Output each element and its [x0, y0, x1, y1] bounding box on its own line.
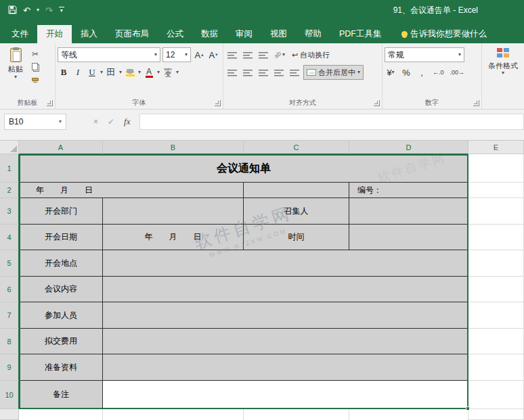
undo-dropdown-icon[interactable]: ▾ — [37, 7, 39, 13]
save-icon[interactable] — [8, 5, 17, 16]
alignment-dialog-launcher[interactable] — [374, 100, 380, 106]
font-color-dropdown-icon[interactable]: ▾ — [157, 70, 160, 75]
orientation-icon[interactable]: ab▾ — [272, 47, 287, 62]
clipboard-dialog-launcher[interactable] — [47, 100, 53, 106]
cell-materials-label[interactable]: 准备资料 — [19, 354, 103, 381]
cell-e4[interactable] — [468, 225, 524, 250]
cell-meetdate-value[interactable]: 年 月 日 — [103, 225, 244, 250]
wrap-text-button[interactable]: ↩自动换行 — [289, 47, 332, 62]
cell-dept-label[interactable]: 开会部门 — [19, 198, 103, 225]
fill-handle[interactable] — [466, 406, 470, 411]
cell-meetdate-label[interactable]: 开会日期 — [19, 225, 103, 250]
column-header-c[interactable]: C — [244, 141, 349, 154]
cell-e1[interactable] — [468, 154, 524, 183]
align-left-icon[interactable] — [225, 65, 239, 80]
phonetic-dropdown-icon[interactable]: ▾ — [176, 70, 179, 75]
increase-indent-icon[interactable] — [288, 65, 301, 80]
cell-content-value[interactable] — [103, 277, 468, 302]
align-middle-icon[interactable] — [241, 47, 255, 62]
row-header-3[interactable]: 3 — [0, 198, 19, 225]
cell-e5[interactable] — [468, 250, 524, 277]
cell-d11[interactable] — [349, 409, 468, 420]
row-header-5[interactable]: 5 — [0, 250, 19, 277]
cell-e6[interactable] — [468, 277, 524, 302]
cell-e7[interactable] — [468, 302, 524, 329]
cell-c2[interactable] — [244, 183, 349, 198]
row-header-7[interactable]: 7 — [0, 302, 19, 329]
bold-button[interactable]: B — [58, 65, 70, 80]
formula-input[interactable] — [140, 114, 524, 130]
borders-icon[interactable]: 田 — [105, 65, 117, 80]
tab-file[interactable]: 文件 — [3, 25, 37, 43]
customize-qat-icon[interactable]: ▾ — [59, 7, 64, 14]
cell-c11[interactable] — [244, 409, 349, 420]
increase-decimal-icon[interactable]: ←.0 — [431, 65, 445, 80]
comma-format-icon[interactable]: , — [416, 65, 428, 80]
cut-icon[interactable]: ✂ — [32, 49, 39, 59]
paste-button[interactable]: 粘贴 ▾ — [2, 46, 29, 98]
tab-view[interactable]: 视图 — [261, 25, 296, 43]
cell-e9[interactable] — [468, 354, 524, 381]
decrease-decimal-icon[interactable]: .00→ — [449, 65, 466, 80]
cell-materials-value[interactable] — [103, 354, 468, 381]
row-header-9[interactable]: 9 — [0, 354, 19, 381]
cell-title[interactable]: 会议通知单 — [19, 154, 468, 183]
tell-me-box[interactable]: 告诉我你想要做什么 — [395, 25, 494, 43]
row-header-4[interactable]: 4 — [0, 225, 19, 250]
cell-fee-label[interactable]: 拟交费用 — [19, 329, 103, 354]
row-header-8[interactable]: 8 — [0, 329, 19, 354]
select-all-button[interactable] — [0, 141, 19, 154]
cell-remark-label[interactable]: 备注 — [19, 381, 103, 409]
font-dialog-launcher[interactable] — [215, 100, 221, 106]
decrease-indent-icon[interactable] — [272, 65, 286, 80]
cell-e11[interactable] — [468, 409, 524, 420]
cell-place-value[interactable] — [103, 250, 468, 277]
row-header-10[interactable]: 10 — [0, 381, 19, 409]
cell-convener-value[interactable] — [349, 198, 468, 225]
tab-help[interactable]: 帮助 — [296, 25, 330, 43]
decrease-font-icon[interactable]: A▾ — [207, 47, 219, 62]
cell-b11[interactable] — [103, 409, 244, 420]
tab-formulas[interactable]: 公式 — [158, 25, 192, 43]
align-center-icon[interactable] — [241, 65, 255, 80]
row-header-6[interactable]: 6 — [0, 277, 19, 302]
cell-e10[interactable] — [468, 381, 524, 409]
column-header-d[interactable]: D — [349, 141, 468, 154]
conditional-formatting-button[interactable]: 条件格式 ▾ — [484, 46, 522, 109]
number-format-combo[interactable]: 常规 ▾ — [385, 47, 464, 62]
enter-icon[interactable]: ✓ — [108, 117, 114, 126]
font-name-combo[interactable]: 等线 ▾ — [58, 47, 160, 62]
underline-dropdown-icon[interactable]: ▾ — [100, 70, 103, 75]
tab-review[interactable]: 审阅 — [227, 25, 261, 43]
cell-attendees-label[interactable]: 参加人员 — [19, 302, 103, 329]
italic-button[interactable]: I — [72, 65, 84, 80]
cell-content-label[interactable]: 会议内容 — [19, 277, 103, 302]
cell-e2[interactable] — [468, 183, 524, 198]
align-right-icon[interactable] — [257, 65, 270, 80]
cell-convener-label[interactable]: 召集人 — [244, 198, 349, 225]
cell-time-value[interactable] — [349, 225, 468, 250]
align-bottom-icon[interactable] — [257, 47, 270, 62]
tab-data[interactable]: 数据 — [192, 25, 227, 43]
format-painter-icon[interactable] — [32, 74, 39, 85]
column-header-a[interactable]: A — [19, 141, 103, 154]
cell-a11[interactable] — [19, 409, 103, 420]
row-header-partial[interactable] — [0, 409, 19, 420]
cell-e3[interactable] — [468, 198, 524, 225]
redo-icon[interactable]: ↷ — [45, 6, 53, 15]
currency-format-icon[interactable]: ¥▾ — [385, 65, 397, 80]
font-color-icon[interactable]: A — [143, 65, 155, 80]
cancel-icon[interactable]: × — [93, 117, 98, 126]
column-header-b[interactable]: B — [103, 141, 244, 154]
active-cell-b10[interactable] — [103, 381, 468, 409]
percent-format-icon[interactable]: % — [400, 65, 412, 80]
cell-place-label[interactable]: 开会地点 — [19, 250, 103, 277]
align-top-icon[interactable] — [225, 47, 239, 62]
tab-home[interactable]: 开始 — [37, 25, 72, 43]
column-header-e[interactable]: E — [468, 141, 524, 154]
cell-date-line[interactable]: 年 月 日 — [19, 183, 244, 198]
increase-font-icon[interactable]: A▴ — [193, 47, 205, 62]
tab-insert[interactable]: 插入 — [72, 25, 106, 43]
cell-dept-value[interactable] — [103, 198, 244, 225]
cell-attendees-value[interactable] — [103, 302, 468, 329]
